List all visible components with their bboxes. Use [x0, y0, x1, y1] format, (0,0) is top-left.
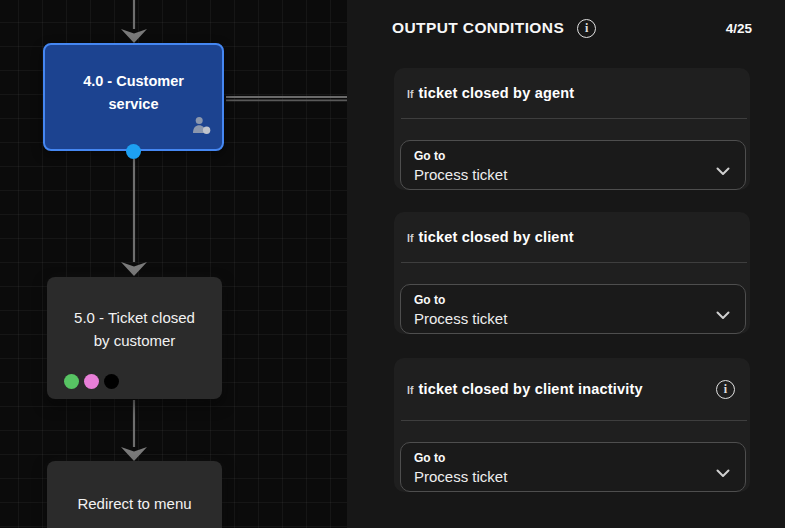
chevron-down-icon: [716, 162, 730, 180]
info-icon[interactable]: i: [716, 380, 735, 399]
divider: [401, 118, 747, 119]
panel-header: OUTPUT CONDITIONS i 4/25: [392, 17, 752, 39]
condition-label: ticket closed by agent: [418, 85, 574, 101]
chevron-down-icon: [716, 306, 730, 324]
condition-card: If ticket closed by client inactivity i …: [394, 358, 750, 492]
condition-label: ticket closed by client: [418, 229, 573, 245]
node-title-line: by customer: [47, 329, 222, 352]
tag-dot-pink: [84, 374, 99, 389]
node-customer-service[interactable]: 4.0 - Customer service: [43, 43, 224, 151]
condition-label: ticket closed by client inactivity: [418, 381, 642, 397]
flow-canvas[interactable]: 4.0 - Customer service 5.0 - Ticket clos…: [0, 0, 347, 528]
node-title-line: 5.0 - Ticket closed: [47, 306, 222, 329]
goto-dropdown[interactable]: Go to Process ticket: [400, 140, 746, 190]
goto-label: Go to: [414, 450, 703, 466]
condition-prefix: If: [407, 88, 413, 100]
divider: [401, 262, 747, 263]
node-title-line: Redirect to menu: [47, 492, 222, 515]
node-ticket-closed[interactable]: 5.0 - Ticket closed by customer: [47, 277, 222, 399]
goto-value: Process ticket: [414, 467, 703, 487]
condition-header: If ticket closed by client inactivity i: [394, 358, 750, 420]
tag-dot-black: [104, 374, 119, 389]
chevron-down-icon: [716, 464, 730, 482]
condition-card: If ticket closed by agent Go to Process …: [394, 68, 750, 190]
condition-card: If ticket closed by client Go to Process…: [394, 212, 750, 334]
goto-value: Process ticket: [414, 165, 703, 185]
divider: [401, 420, 747, 421]
flow-builder-app: 4.0 - Customer service 5.0 - Ticket clos…: [0, 0, 785, 528]
condition-prefix: If: [407, 384, 413, 396]
condition-prefix: If: [407, 232, 413, 244]
connection-handle[interactable]: [126, 144, 141, 159]
node-title-line: 4.0 - Customer: [45, 70, 222, 93]
node-redirect-to-menu[interactable]: Redirect to menu: [47, 461, 222, 528]
goto-label: Go to: [414, 148, 703, 164]
goto-dropdown[interactable]: Go to Process ticket: [400, 284, 746, 334]
tag-dot-green: [64, 374, 79, 389]
info-icon[interactable]: i: [577, 19, 596, 38]
agent-person-icon: [191, 116, 213, 142]
goto-value: Process ticket: [414, 309, 703, 329]
conditions-counter: 4/25: [726, 21, 752, 36]
condition-header: If ticket closed by agent: [394, 68, 750, 118]
goto-dropdown[interactable]: Go to Process ticket: [400, 442, 746, 492]
node-title-line: service: [45, 93, 222, 116]
output-conditions-panel: OUTPUT CONDITIONS i 4/25 If ticket close…: [347, 0, 785, 528]
panel-title: OUTPUT CONDITIONS: [392, 19, 564, 37]
condition-header: If ticket closed by client: [394, 212, 750, 262]
node-tag-dots: [64, 374, 119, 389]
goto-label: Go to: [414, 292, 703, 308]
